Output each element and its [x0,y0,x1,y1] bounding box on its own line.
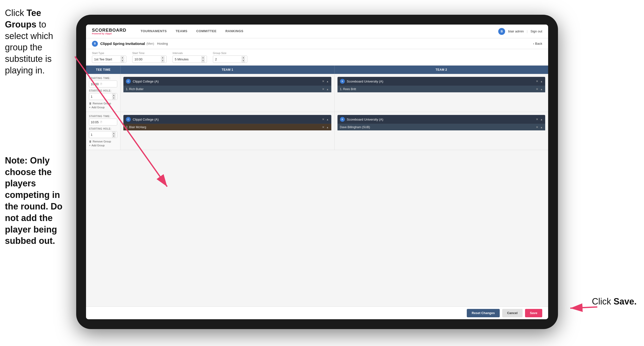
start-time-spinner[interactable]: ▲ ▼ [161,56,164,62]
tee-time-column: STARTING TIME: 10:05 ⏱ STARTING HOLE: 1 … [86,112,120,150]
add-group-link[interactable]: + Add Group [89,106,117,109]
spinner-down[interactable]: ▼ [161,59,164,62]
remove-group-link[interactable]: 🗑 Remove Group [89,102,117,105]
player-chevron-icon[interactable]: ▲ [540,88,543,91]
group-row: STARTING TIME: 10:00 ⏱ STARTING HOLE: 1 … [86,74,548,112]
start-type-input[interactable]: 1st Tee Start ▲ ▼ [92,55,126,63]
player-remove-icon[interactable]: ✕ [322,87,324,91]
spinner-up[interactable]: ▲ [121,56,124,59]
start-time-input[interactable]: 10:00 ▲ ▼ [132,55,167,63]
player-chevron-icon[interactable]: ▲ [540,126,543,129]
start-time-label: Start Time [132,51,167,54]
remove-group-link[interactable]: 🗑 Remove Group [89,140,117,143]
player-remove-icon[interactable]: ✕ [322,125,324,129]
hosting-label: Hosting [157,42,168,45]
nav-items: TOURNAMENTS TEAMS COMMITTEE RANKINGS [136,24,498,38]
team1-avatar: C [126,117,131,122]
team2-remove-icon[interactable]: ✕ [536,118,538,121]
group-row: STARTING TIME: 10:05 ⏱ STARTING HOLE: 1 … [86,112,548,150]
spinner-up[interactable]: ▲ [242,56,245,59]
player-row-highlighted: 2. Blair McHarg ✕ ▲ [124,124,331,130]
team2-card: S Scoreboard University (A) ✕ ▲ Dave Bil… [338,115,546,130]
nav-rankings[interactable]: RANKINGS [221,24,248,38]
team1-remove-icon[interactable]: ✕ [322,79,324,83]
team2-avatar: S [340,117,345,122]
note-text: Note: Only choose the players competing … [5,155,71,247]
player-chevron-icon[interactable]: ▲ [326,126,329,129]
player-chevron-icon[interactable]: ▲ [326,88,329,91]
intervals-input[interactable]: 5 Minutes ▲ ▼ [172,55,207,63]
player-remove-icon[interactable]: ✕ [536,125,538,129]
click-save-label: Click Save. [592,296,637,307]
spinner-down[interactable]: ▼ [112,96,116,99]
nav-username: blair admin [508,29,524,33]
starting-time-input[interactable]: 10:00 ⏱ [89,80,117,87]
team1-actions: ✕ ▲ [322,79,329,83]
team2-chevron-icon[interactable]: ▲ [540,118,543,121]
spinner-up[interactable]: ▲ [161,56,164,59]
nav-tournaments[interactable]: TOURNAMENTS [136,24,171,38]
spinner-up[interactable]: ▲ [201,56,205,59]
group-size-spinner[interactable]: ▲ ▼ [242,56,245,62]
team1-remove-icon[interactable]: ✕ [322,118,324,121]
start-type-spinner[interactable]: ▲ ▼ [121,56,124,62]
team1-name: Clippd College (A) [133,118,320,121]
add-group-link[interactable]: + Add Group [89,144,117,147]
group-actions: 🗑 Remove Group + Add Group [89,102,117,109]
team2-card-header[interactable]: S Scoreboard University (A) ✕ ▲ [338,115,546,124]
team2-remove-icon[interactable]: ✕ [536,79,538,83]
team1-card-header[interactable]: C Clippd College (A) ✕ ▲ [124,77,331,86]
team2-name: Scoreboard University (A) [347,79,534,83]
team2-avatar: S [340,79,345,84]
player-row: 1. Rees Britt ✕ ▲ [338,86,546,92]
team1-chevron-icon[interactable]: ▲ [326,80,329,83]
hole-spinner[interactable]: ▲ ▼ [112,94,116,99]
tournament-division: (Men) [146,42,154,45]
sub-header: B Clippd Spring Invitational (Men) Hosti… [86,38,548,49]
starting-hole-label: STARTING HOLE: [89,127,117,130]
team2-name: Scoreboard University (A) [347,118,534,121]
team1-card-header[interactable]: C Clippd College (A) ✕ ▲ [124,115,331,124]
nav-committee[interactable]: COMMITTEE [192,24,221,38]
settings-row: Start Type 1st Tee Start ▲ ▼ Start Time … [86,49,548,65]
sign-out-link[interactable]: Sign out [530,29,542,33]
group-actions: 🗑 Remove Group + Add Group [89,140,117,147]
spinner-down[interactable]: ▼ [242,59,245,62]
hole-spinner[interactable]: ▲ ▼ [112,132,116,137]
team2-chevron-icon[interactable]: ▲ [540,80,543,83]
nav-right: B blair admin | Sign out [498,28,542,35]
nav-teams[interactable]: TEAMS [171,24,192,38]
back-button[interactable]: ‹ Back [533,42,542,45]
team2-card-header[interactable]: S Scoreboard University (A) ✕ ▲ [338,77,546,86]
col-team2: Team 2 [334,65,548,74]
player-name: Dave Billingham (SUB) [340,125,534,129]
group-size-input[interactable]: 2 ▲ ▼ [213,55,247,63]
reset-button[interactable]: Reset Changes [467,309,500,317]
spinner-down[interactable]: ▼ [112,135,116,137]
starting-hole-input[interactable]: 1 ▲ ▼ [89,131,117,138]
player-name: 2. Blair McHarg [126,125,320,129]
player-remove-icon[interactable]: ✕ [536,87,538,91]
spinner-down[interactable]: ▼ [121,59,124,62]
intervals-spinner[interactable]: ▲ ▼ [201,56,205,62]
start-type-field: Start Type 1st Tee Start ▲ ▼ [92,51,126,63]
start-type-label: Start Type [92,51,126,54]
player-actions: ✕ ▲ [322,125,329,129]
player-actions: ✕ ▲ [322,87,329,91]
spinner-up[interactable]: ▲ [112,132,116,135]
tournament-avatar: B [92,41,98,47]
save-button[interactable]: Save [525,309,542,317]
team1-card: C Clippd College (A) ✕ ▲ 1. Rich Butler [124,77,331,92]
spinner-up[interactable]: ▲ [112,94,116,96]
team2-column: S Scoreboard University (A) ✕ ▲ 1. Rees … [334,74,548,112]
spinner-down[interactable]: ▼ [201,59,205,62]
team1-chevron-icon[interactable]: ▲ [326,118,329,121]
starting-hole-input[interactable]: 1 ▲ ▼ [89,93,117,100]
starting-time-label: STARTING TIME: [89,77,117,79]
starting-time-input[interactable]: 10:05 ⏱ [89,119,117,125]
team1-card: C Clippd College (A) ✕ ▲ 2. Blair McHarg [124,115,331,130]
instruction-text: Click Tee Groups to select which group t… [5,7,71,76]
cancel-button[interactable]: Cancel [502,309,522,317]
bottom-bar: Reset Changes Cancel Save [86,307,548,319]
svg-line-3 [570,307,597,308]
